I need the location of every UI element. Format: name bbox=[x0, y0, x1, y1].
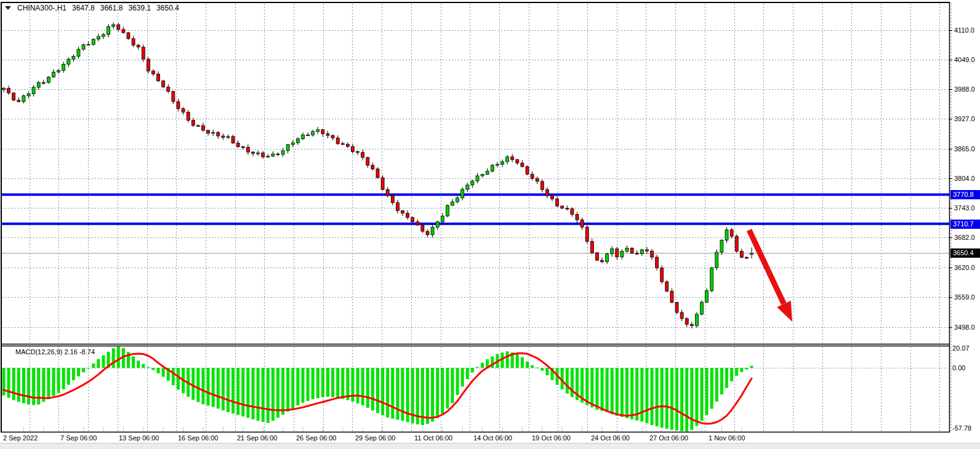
macd-histogram-bar bbox=[47, 368, 50, 399]
macd-histogram-bar bbox=[471, 368, 474, 373]
macd-histogram-bar bbox=[231, 368, 235, 413]
macd-histogram-bar bbox=[506, 351, 509, 368]
macd-histogram-bar bbox=[246, 368, 249, 418]
macd-histogram-bar bbox=[217, 368, 220, 408]
macd-histogram-bar bbox=[566, 368, 569, 394]
macd-histogram-bar bbox=[391, 368, 394, 419]
support-price-badge: 3710.7 bbox=[950, 220, 980, 229]
macd-histogram-bar bbox=[720, 368, 723, 394]
macd-histogram-bar bbox=[87, 368, 90, 368]
macd-histogram-bar bbox=[616, 368, 619, 416]
candle bbox=[12, 92, 15, 101]
macd-histogram-bar bbox=[271, 368, 275, 421]
support-line[interactable] bbox=[1, 223, 949, 225]
macd-histogram-bar bbox=[72, 368, 75, 380]
macd-histogram-bar bbox=[431, 368, 434, 421]
price-axis[interactable] bbox=[950, 2, 980, 432]
macd-histogram-bar bbox=[22, 368, 25, 403]
macd-histogram-bar bbox=[177, 368, 180, 390]
macd-histogram-bar bbox=[227, 368, 230, 412]
macd-histogram-bar bbox=[585, 368, 588, 405]
candle bbox=[661, 265, 664, 284]
macd-histogram-bar bbox=[257, 368, 260, 421]
macd-histogram-bar bbox=[97, 359, 100, 368]
candle bbox=[665, 280, 669, 292]
macd-histogram-bar bbox=[77, 368, 80, 376]
chart-canvas[interactable] bbox=[0, 0, 980, 449]
candle bbox=[526, 165, 529, 175]
candle bbox=[630, 247, 633, 254]
macd-histogram-bar bbox=[625, 368, 629, 418]
chart-border-top bbox=[1, 2, 950, 3]
macd-histogram-bar bbox=[531, 365, 534, 368]
macd-histogram-bar bbox=[540, 368, 544, 371]
macd-histogram-bar bbox=[516, 354, 519, 368]
macd-histogram-bar bbox=[132, 357, 135, 368]
candle bbox=[376, 167, 379, 178]
macd-histogram-bar bbox=[42, 368, 45, 402]
candle bbox=[695, 312, 698, 328]
macd-histogram-bar bbox=[670, 368, 673, 430]
candle bbox=[585, 226, 588, 244]
macd-histogram-bar bbox=[202, 368, 205, 404]
macd-histogram-bar bbox=[740, 368, 743, 372]
macd-histogram-bar bbox=[222, 368, 225, 410]
macd-histogram-bar bbox=[630, 368, 633, 419]
candle bbox=[735, 234, 738, 253]
macd-histogram-bar bbox=[291, 368, 294, 408]
macd-histogram-bar bbox=[436, 368, 439, 418]
macd-histogram-bar bbox=[606, 368, 609, 412]
resistance-line[interactable] bbox=[1, 193, 949, 196]
macd-histogram-bar bbox=[715, 368, 718, 402]
macd-histogram-bar bbox=[601, 368, 604, 411]
macd-histogram-bar bbox=[446, 368, 449, 408]
macd-histogram-bar bbox=[7, 368, 10, 398]
ohlc-open: 3647.8 bbox=[72, 4, 95, 12]
macd-histogram-bar bbox=[152, 368, 155, 370]
candle bbox=[47, 76, 50, 84]
candle bbox=[715, 249, 718, 270]
macd-histogram-bar bbox=[361, 368, 364, 405]
macd-histogram-bar bbox=[376, 368, 379, 413]
macd-histogram-bar bbox=[735, 368, 738, 376]
macd-histogram-bar bbox=[645, 368, 648, 423]
macd-histogram-bar bbox=[526, 362, 529, 368]
candle bbox=[491, 164, 494, 172]
macd-histogram-bar bbox=[730, 368, 733, 381]
macd-histogram-bar bbox=[665, 368, 669, 429]
macd-histogram-bar bbox=[236, 368, 239, 415]
candle bbox=[127, 32, 130, 40]
macd-histogram-bar bbox=[52, 368, 55, 396]
macd-histogram-bar bbox=[62, 368, 65, 389]
candle bbox=[595, 252, 598, 261]
macd-histogram-bar bbox=[207, 368, 210, 406]
macd-histogram-bar bbox=[656, 368, 659, 426]
macd-histogram-bar bbox=[311, 368, 315, 399]
macd-histogram-bar bbox=[705, 368, 709, 415]
macd-histogram-bar bbox=[635, 368, 638, 421]
last-price-badge: 3650.4 bbox=[950, 248, 980, 258]
time-axis[interactable] bbox=[1, 432, 950, 443]
macd-histogram-bar bbox=[92, 364, 95, 368]
macd-histogram-bar bbox=[661, 368, 664, 427]
macd-histogram-bar bbox=[142, 364, 145, 368]
macd-histogram-bar bbox=[621, 368, 624, 417]
macd-histogram-bar bbox=[336, 368, 339, 397]
macd-histogram-bar bbox=[302, 368, 305, 403]
macd-histogram-bar bbox=[27, 368, 30, 405]
macd-histogram-bar bbox=[536, 368, 539, 368]
resistance-price-badge: 3770.8 bbox=[950, 190, 980, 199]
macd-histogram-bar bbox=[267, 368, 270, 423]
macd-histogram-bar bbox=[366, 368, 369, 408]
macd-histogram-bar bbox=[371, 368, 374, 410]
macd-histogram-bar bbox=[745, 368, 748, 370]
macd-histogram-bar bbox=[326, 368, 329, 397]
symbol-dropdown-icon[interactable] bbox=[5, 6, 11, 10]
ohlc-low: 3639.1 bbox=[128, 4, 151, 12]
macd-histogram-bar bbox=[611, 368, 614, 414]
candle bbox=[675, 302, 678, 314]
macd-histogram-bar bbox=[461, 368, 464, 387]
macd-histogram-bar bbox=[710, 368, 713, 409]
macd-histogram-bar bbox=[590, 368, 593, 407]
macd-histogram-bar bbox=[476, 367, 479, 368]
